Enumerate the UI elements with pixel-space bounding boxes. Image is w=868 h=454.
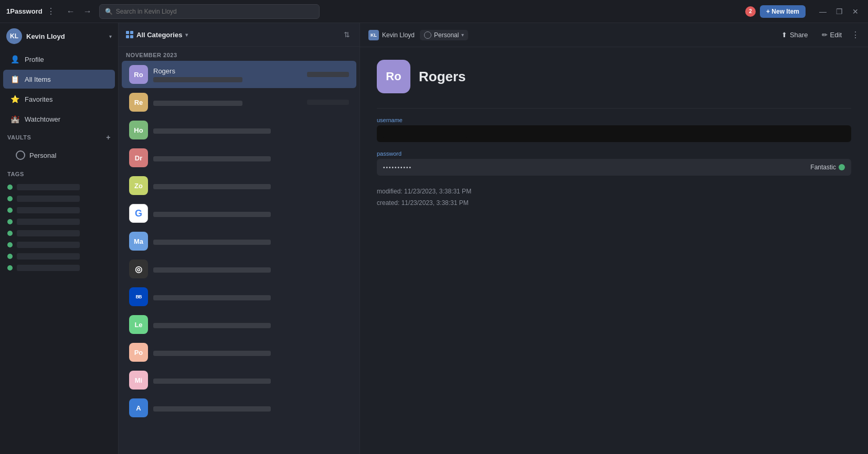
detail-body: Ro Rogers username password •••••••••• F… xyxy=(360,47,868,454)
search-bar[interactable]: 🔍 xyxy=(99,4,320,19)
list-item[interactable]: Ho xyxy=(122,116,356,144)
close-button[interactable]: ✕ xyxy=(849,6,862,17)
item-avatar: Mi xyxy=(129,371,148,390)
categories-grid-icon xyxy=(126,31,133,38)
sidebar-item-watchtower[interactable]: 🏰 Watchtower xyxy=(3,110,115,128)
sidebar-item-label: Profile xyxy=(25,56,44,63)
edit-icon: ✏ xyxy=(822,31,828,39)
item-subtitle xyxy=(153,128,271,134)
tag-dot-icon xyxy=(7,219,13,224)
window-controls: — ❐ ✕ xyxy=(816,6,862,17)
watchtower-icon: 🏰 xyxy=(10,115,19,123)
username-label: Kevin Lloyd xyxy=(26,33,65,40)
tags-label: TAGS xyxy=(7,171,24,177)
list-item[interactable]: BB xyxy=(122,283,356,310)
star-icon: ⭐ xyxy=(10,95,19,103)
edit-label: Edit xyxy=(830,31,842,39)
list-item[interactable]: G xyxy=(122,200,356,227)
list-item[interactable]: Dr xyxy=(122,144,356,171)
titlebar: 1Password ⋮ ← → 🔍 2 + New Item — ❐ ✕ xyxy=(0,0,868,23)
tag-item[interactable] xyxy=(0,204,118,216)
share-button[interactable]: ⬆ Share xyxy=(777,28,812,41)
vaults-label: VAULTS xyxy=(7,134,31,140)
item-avatar: Ma xyxy=(129,232,148,251)
list-item[interactable]: Ma xyxy=(122,228,356,255)
vault-badge-icon xyxy=(424,31,431,39)
username-label: username xyxy=(377,117,851,123)
item-avatar: G xyxy=(129,204,148,223)
item-subtitle xyxy=(153,101,242,106)
list-item[interactable]: Re xyxy=(122,89,356,116)
list-item[interactable]: Zo xyxy=(122,172,356,199)
redacted-username xyxy=(383,129,467,138)
list-item[interactable]: Le xyxy=(122,311,356,338)
tag-item[interactable] xyxy=(0,239,118,251)
back-button[interactable]: ← xyxy=(63,5,78,18)
items-list: Ro Rogers Re Ho xyxy=(119,60,359,454)
item-subtitle xyxy=(153,379,271,384)
tag-item[interactable] xyxy=(0,181,118,193)
divider xyxy=(377,108,851,109)
vaults-section-header[interactable]: VAULTS + xyxy=(0,129,118,146)
password-value[interactable]: •••••••••• Fantastic xyxy=(377,159,851,176)
more-options-button[interactable]: ⋮ xyxy=(851,30,860,40)
menu-dots-icon[interactable]: ⋮ xyxy=(47,6,55,16)
item-right-info xyxy=(307,100,349,105)
created-text: created: 11/23/2023, 3:38:31 PM xyxy=(377,198,851,209)
maximize-button[interactable]: ❐ xyxy=(833,6,846,17)
list-item[interactable]: Po xyxy=(122,339,356,366)
tag-dot-icon xyxy=(7,208,13,213)
search-input[interactable] xyxy=(116,8,314,15)
tag-dot-icon xyxy=(7,242,13,247)
tag-dot-icon xyxy=(7,254,13,259)
item-avatar: Re xyxy=(129,93,148,112)
detail-header: KL Kevin Lloyd Personal ▾ ⬆ Share ✏ Edit… xyxy=(360,23,868,47)
profile-icon: 👤 xyxy=(10,55,19,63)
share-label: Share xyxy=(790,31,808,39)
sidebar-item-all-items[interactable]: 📋 All Items xyxy=(3,70,115,89)
alert-badge[interactable]: 2 xyxy=(745,6,756,17)
list-item[interactable]: Ro Rogers xyxy=(122,61,356,88)
new-item-button[interactable]: + New Item xyxy=(760,5,806,18)
tag-item[interactable] xyxy=(0,228,118,239)
add-vault-button[interactable]: + xyxy=(106,133,111,142)
categories-button[interactable]: All Categories ▾ xyxy=(126,31,188,39)
minimize-button[interactable]: — xyxy=(816,6,830,17)
sidebar-item-label: Favorites xyxy=(25,95,52,103)
user-profile-button[interactable]: KL Kevin Lloyd ▾ xyxy=(0,23,118,49)
edit-button[interactable]: ✏ Edit xyxy=(818,28,846,41)
strength-badge: Fantastic xyxy=(810,164,845,171)
sort-button[interactable]: ⇅ xyxy=(342,28,352,41)
list-item[interactable]: A xyxy=(122,394,356,421)
vault-personal[interactable]: Personal xyxy=(3,146,115,164)
tag-item[interactable] xyxy=(0,251,118,262)
list-item[interactable]: Mi xyxy=(122,366,356,394)
tag-item[interactable] xyxy=(0,262,118,274)
share-icon: ⬆ xyxy=(781,31,787,39)
avatar: KL xyxy=(6,28,22,44)
item-right-info xyxy=(307,72,349,77)
sidebar-item-profile[interactable]: 👤 Profile xyxy=(3,50,115,69)
list-item[interactable]: ◎ xyxy=(122,255,356,283)
item-avatar: Ho xyxy=(129,121,148,139)
vault-label: Personal xyxy=(29,152,56,159)
owner-name: Kevin Lloyd xyxy=(382,31,415,39)
tags-section-header[interactable]: TAGS xyxy=(0,167,118,181)
username-value[interactable] xyxy=(377,125,851,142)
tag-dot-icon xyxy=(7,265,13,271)
strength-label: Fantastic xyxy=(810,164,836,171)
sidebar-item-favorites[interactable]: ⭐ Favorites xyxy=(3,90,115,109)
chevron-down-icon: ▾ xyxy=(461,32,464,38)
sidebar-item-label: All Items xyxy=(25,75,51,83)
tag-item[interactable] xyxy=(0,193,118,204)
meta-info: modified: 11/23/2023, 3:38:31 PM created… xyxy=(377,186,851,209)
tag-item[interactable] xyxy=(0,216,118,228)
vault-selector[interactable]: Personal ▾ xyxy=(420,30,468,40)
right-controls: 2 + New Item — ❐ ✕ xyxy=(745,5,862,18)
item-subtitle xyxy=(153,267,271,273)
forward-button[interactable]: → xyxy=(80,5,95,18)
detail-avatar: Ro xyxy=(377,60,410,93)
chevron-down-icon: ▾ xyxy=(185,32,188,38)
item-subtitle xyxy=(153,212,271,217)
search-icon: 🔍 xyxy=(105,8,113,15)
